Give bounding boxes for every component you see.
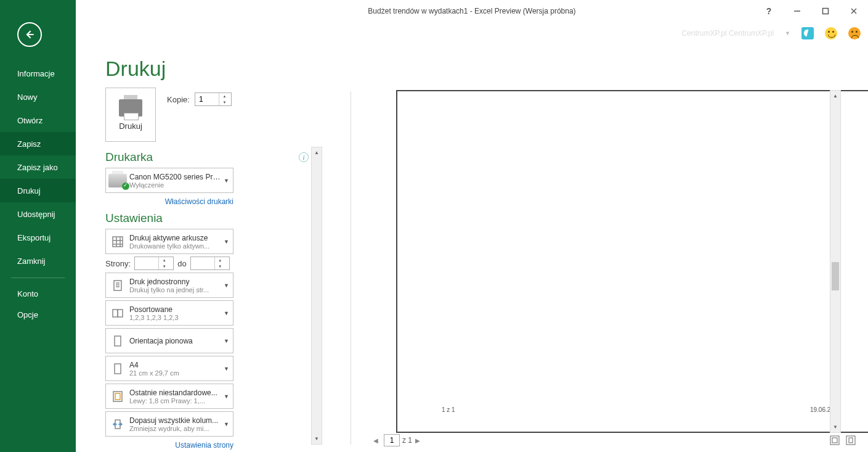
printer-device-icon — [108, 174, 127, 187]
orientation-dropdown[interactable]: Orientacja pionowa ▼ — [105, 328, 233, 353]
pages-to-label: do — [177, 259, 186, 268]
svg-rect-23 — [849, 438, 853, 443]
pages-from-input[interactable] — [135, 259, 158, 268]
back-button[interactable] — [17, 22, 42, 47]
print-preview-page: 1 z 1 19.06.2015 — [396, 90, 868, 433]
page-single-icon — [111, 279, 124, 292]
chevron-down-icon: ▼ — [224, 239, 229, 245]
printer-icon — [119, 99, 142, 117]
collate-dropdown[interactable]: Posortowane1,2,3 1,2,3 1,2,3 ▼ — [105, 300, 233, 326]
copies-up-icon[interactable]: ▲ — [219, 93, 230, 99]
preview-scrollbar[interactable]: ▲ ▼ — [830, 90, 841, 433]
sidebar-item-informacje[interactable]: Informacje — [0, 62, 76, 85]
account-avatar[interactable] — [801, 27, 814, 39]
printer-properties-link[interactable]: Właściwości drukarki — [165, 197, 233, 206]
margins-icon — [111, 390, 124, 403]
fit-columns-icon — [111, 417, 124, 431]
scroll-thumb[interactable] — [832, 262, 839, 290]
sidebar-item-opcje[interactable]: Opcje — [0, 304, 76, 325]
sidebar-item-zamknij[interactable]: Zamknij — [0, 249, 76, 273]
maximize-button[interactable] — [811, 0, 840, 22]
account-chevron-icon[interactable]: ▼ — [785, 30, 790, 36]
pages-to-stepper[interactable]: ▲▼ — [190, 257, 230, 270]
page-number-input[interactable] — [384, 434, 400, 446]
settings-section-heading: Ustawienia — [105, 212, 163, 225]
printer-status: Wyłączenie — [129, 181, 221, 189]
chevron-down-icon: ▼ — [224, 178, 229, 184]
svg-rect-4 — [113, 237, 123, 247]
chevron-down-icon: ▼ — [224, 310, 229, 316]
scroll-up-icon[interactable]: ▲ — [830, 91, 840, 101]
divider — [351, 91, 351, 445]
scaling-dropdown[interactable]: Dopasuj wszystkie kolum...Zmniejsz wydru… — [105, 411, 233, 437]
svg-rect-1 — [823, 9, 829, 14]
printer-dropdown[interactable]: Canon MG5200 series Pri... Wyłączenie ▼ — [105, 168, 233, 193]
svg-rect-15 — [115, 336, 121, 346]
paper-dropdown[interactable]: A421 cm x 29,7 cm ▼ — [105, 356, 233, 381]
collate-icon — [111, 306, 124, 320]
preview-footer-left: 1 z 1 — [442, 406, 455, 413]
show-margins-button[interactable] — [829, 434, 841, 446]
settings-scrollbar[interactable]: ▲ ▼ — [311, 147, 322, 445]
copies-stepper[interactable]: ▲▼ — [195, 92, 232, 106]
sidebar-item-otworz[interactable]: Otwórz — [0, 109, 76, 132]
printer-name: Canon MG5200 series Pri... — [129, 173, 221, 181]
chevron-down-icon: ▼ — [224, 366, 229, 372]
pages-to-input[interactable] — [191, 259, 214, 268]
orientation-portrait-icon — [111, 334, 124, 348]
scroll-down-icon[interactable]: ▼ — [830, 422, 840, 432]
svg-rect-18 — [115, 393, 120, 400]
svg-rect-13 — [113, 310, 118, 317]
chevron-down-icon: ▼ — [224, 282, 229, 289]
copies-input[interactable] — [195, 95, 219, 104]
sidebar-item-eksportuj[interactable]: Eksportuj — [0, 226, 76, 249]
sidebar-item-konto[interactable]: Konto — [0, 283, 76, 304]
margins-dropdown[interactable]: Ostatnie niestandardowe...Lewy: 1,8 cm P… — [105, 384, 233, 409]
svg-rect-16 — [115, 364, 121, 374]
close-button[interactable] — [840, 0, 868, 22]
sheets-icon — [111, 235, 124, 249]
scroll-down-icon[interactable]: ▼ — [312, 434, 322, 444]
arrow-left-icon — [23, 28, 36, 41]
zoom-to-page-button[interactable] — [845, 434, 857, 446]
window-title: Budżet trendów w wydatkach1 - Excel Prev… — [368, 7, 575, 15]
sidebar-separator — [11, 277, 65, 278]
minimize-button[interactable] — [783, 0, 811, 22]
print-button[interactable]: Drukuj — [105, 88, 156, 142]
page-setup-link[interactable]: Ustawienia strony — [175, 441, 233, 450]
pages-from-stepper[interactable]: ▲▼ — [134, 257, 174, 270]
printer-info-icon[interactable]: i — [299, 152, 309, 162]
printer-section-heading: Drukarka — [105, 150, 153, 164]
pages-label: Strony: — [105, 259, 131, 268]
sidebar-item-nowy[interactable]: Nowy — [0, 85, 76, 109]
sidebar-item-udostepnij[interactable]: Udostępnij — [0, 202, 76, 226]
duplex-dropdown[interactable]: Druk jednostronnyDrukuj tylko na jednej … — [105, 273, 233, 298]
chevron-down-icon: ▼ — [224, 393, 229, 400]
sidebar-item-zapisz-jako[interactable]: Zapisz jako — [0, 155, 76, 179]
scroll-up-icon[interactable]: ▲ — [312, 147, 322, 158]
previous-page-button[interactable]: ◀ — [370, 435, 381, 446]
feedback-smile-icon[interactable] — [825, 27, 837, 39]
print-what-dropdown[interactable]: Drukuj aktywne arkusze Drukowanie tylko … — [105, 229, 233, 254]
page-heading: Drukuj — [105, 57, 166, 81]
next-page-button[interactable]: ▶ — [412, 435, 423, 446]
feedback-frown-icon[interactable] — [848, 27, 861, 39]
help-button[interactable]: ? — [755, 0, 783, 22]
page-icon — [111, 362, 124, 376]
sidebar-item-zapisz[interactable]: Zapisz — [0, 132, 76, 155]
chevron-down-icon: ▼ — [224, 421, 229, 427]
chevron-down-icon: ▼ — [224, 338, 229, 344]
copies-label: Kopie: — [167, 95, 190, 104]
account-name[interactable]: CentrumXP.pl CentrumXP.pl — [681, 29, 774, 38]
sidebar-item-drukuj[interactable]: Drukuj — [0, 179, 76, 202]
print-button-label: Drukuj — [119, 121, 142, 131]
svg-rect-21 — [832, 438, 837, 443]
svg-rect-9 — [114, 281, 121, 290]
copies-down-icon[interactable]: ▼ — [219, 99, 230, 105]
page-total-label: z 1 — [402, 436, 412, 445]
svg-rect-14 — [118, 310, 123, 317]
svg-rect-20 — [830, 436, 839, 445]
svg-rect-22 — [846, 436, 855, 445]
